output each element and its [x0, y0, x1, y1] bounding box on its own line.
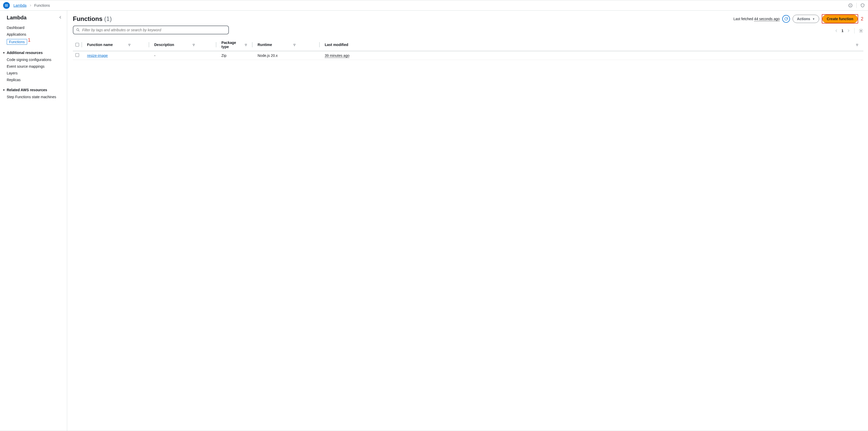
chevron-left-icon: [59, 16, 62, 19]
callout-marker-1: 1: [28, 37, 30, 43]
triangle-down-icon: ▼: [3, 89, 5, 91]
sidebar-item-layers[interactable]: Layers: [0, 70, 67, 76]
svg-point-3: [77, 29, 79, 31]
svg-point-2: [850, 4, 850, 5]
actions-button[interactable]: Actions ▼: [793, 15, 819, 23]
sort-icon[interactable]: ▽: [856, 43, 858, 46]
triangle-down-icon: ▼: [812, 18, 815, 21]
table-row: resize-image - Zip Node.js 20.x 39 minut…: [73, 51, 863, 60]
sidebar-item-code-signing[interactable]: Code signing configurations: [0, 56, 67, 63]
sort-icon[interactable]: ▽: [245, 43, 247, 46]
sidebar-item-step-functions[interactable]: Step Functions state machines: [0, 94, 67, 100]
shield-icon[interactable]: [860, 3, 865, 8]
sidebar-item-replicas[interactable]: Replicas: [0, 76, 67, 83]
svg-line-4: [79, 30, 79, 31]
page-title: Functions (1): [73, 15, 112, 23]
sidebar-item-label: Layers: [7, 71, 18, 75]
column-header-description[interactable]: Description: [154, 43, 174, 47]
function-link[interactable]: resize-image: [87, 54, 108, 58]
breadcrumb-current: Functions: [34, 3, 50, 7]
sort-icon[interactable]: ▽: [293, 43, 296, 46]
breadcrumb-bar: Lambda Functions: [0, 0, 868, 10]
sidebar-group-label: Additional resources: [7, 51, 43, 55]
sidebar-item-label: Dashboard: [7, 26, 25, 30]
divider: [854, 28, 855, 34]
breadcrumb-root[interactable]: Lambda: [13, 3, 27, 7]
create-function-button[interactable]: Create function: [822, 15, 858, 23]
last-fetched-text: Last fetched 44 seconds ago: [734, 17, 780, 21]
triangle-down-icon: ▼: [3, 52, 5, 54]
sidebar-item-event-source[interactable]: Event source mappings: [0, 63, 67, 70]
last-fetched-value: 44 seconds ago: [754, 17, 780, 21]
sidebar-item-label: Code signing configurations: [7, 58, 52, 62]
sidebar-item-dashboard[interactable]: Dashboard: [0, 24, 67, 31]
row-package-type: Zip: [221, 54, 226, 58]
sidebar-title: Lambda: [7, 15, 27, 21]
sidebar-item-label: Applications: [7, 32, 26, 36]
row-checkbox[interactable]: [75, 53, 79, 57]
column-header-package-type[interactable]: Package type: [221, 40, 242, 49]
info-icon[interactable]: [848, 3, 853, 8]
search-input[interactable]: [82, 28, 226, 32]
sidebar-item-functions[interactable]: Functions 1: [0, 38, 67, 46]
row-runtime: Node.js 20.x: [257, 54, 278, 58]
column-header-runtime[interactable]: Runtime: [257, 43, 272, 47]
sort-icon[interactable]: ▽: [193, 43, 195, 46]
page-title-text: Functions: [73, 15, 102, 22]
refresh-button[interactable]: [782, 15, 790, 23]
sidebar-item-applications[interactable]: Applications: [0, 31, 67, 38]
column-header-last-modified[interactable]: Last modified: [325, 43, 348, 47]
sidebar-item-label: Replicas: [7, 78, 21, 82]
sidebar-item-label: Step Functions state machines: [7, 95, 56, 99]
row-description: -: [154, 54, 156, 58]
actions-label: Actions: [797, 17, 810, 21]
last-fetched-prefix: Last fetched: [734, 17, 754, 21]
search-icon: [76, 28, 80, 32]
row-last-modified: 39 minutes ago: [325, 54, 349, 58]
hamburger-icon: [5, 4, 8, 7]
sidebar-group-additional[interactable]: ▼ Additional resources: [0, 49, 67, 56]
sidebar-group-related[interactable]: ▼ Related AWS resources: [0, 86, 67, 94]
svg-point-5: [861, 30, 862, 32]
functions-table: Function name ▽ Description ▽: [73, 38, 863, 60]
sidebar-item-label: Functions: [9, 40, 25, 44]
main-content: Functions (1) Last fetched 44 seconds ag…: [67, 10, 868, 431]
prev-page-button[interactable]: [835, 29, 838, 33]
sort-icon[interactable]: ▽: [128, 43, 130, 46]
settings-button[interactable]: [859, 28, 863, 33]
refresh-icon: [784, 17, 788, 21]
next-page-button[interactable]: [846, 29, 850, 33]
chevron-right-icon: [29, 3, 32, 7]
select-all-checkbox[interactable]: [75, 43, 79, 47]
sidebar-group-label: Related AWS resources: [7, 88, 47, 92]
callout-marker-2: 2: [861, 16, 863, 22]
column-header-name[interactable]: Function name: [87, 43, 113, 47]
sidebar: Lambda Dashboard Applications Functions …: [0, 10, 67, 431]
sidebar-item-label: Event source mappings: [7, 64, 44, 68]
page-title-count: (1): [104, 15, 112, 22]
console-menu-button[interactable]: [3, 2, 10, 9]
create-function-label: Create function: [827, 17, 853, 21]
sidebar-collapse-button[interactable]: [59, 16, 62, 20]
page-number: 1: [841, 29, 843, 33]
search-input-wrapper[interactable]: [73, 26, 229, 34]
